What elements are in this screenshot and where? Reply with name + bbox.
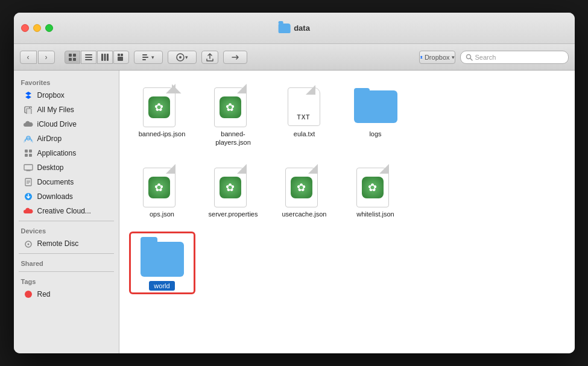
file-name: logs: [369, 130, 381, 138]
file-icon-wrapper: ✿: [141, 84, 184, 127]
file-name: whitelist.json: [356, 210, 394, 218]
sidebar-item-icloud-drive[interactable]: iCloud Drive: [16, 117, 116, 131]
main-content: Favorites Dropbox All My File: [14, 71, 575, 353]
icloud-icon: [24, 119, 33, 129]
sidebar-item-label: Creative Cloud...: [37, 207, 91, 215]
action-button[interactable]: ▾: [168, 51, 197, 64]
link-button[interactable]: [223, 51, 247, 64]
files-icon: [24, 105, 33, 115]
dropbox-button[interactable]: Dropbox ▾: [419, 51, 455, 64]
window-title: data: [294, 24, 310, 33]
sidebar-item-label: Desktop: [37, 163, 64, 172]
file-name-world: world: [149, 281, 174, 291]
svg-marker-21: [25, 92, 31, 99]
file-item-banned-players[interactable]: ✿ banned-players.json: [200, 80, 267, 151]
svg-rect-4: [85, 54, 92, 55]
desktop-icon: [24, 163, 33, 172]
svg-rect-29: [24, 165, 33, 170]
maximize-button[interactable]: [45, 24, 53, 32]
sidebar-item-applications[interactable]: Applications: [16, 146, 116, 160]
file-name: banned-players.json: [215, 130, 251, 147]
file-area: ✿ banned-ips.json ✿: [119, 71, 575, 353]
svg-rect-27: [25, 154, 28, 157]
file-icon-wrapper: ✿: [283, 164, 326, 207]
sidebar-item-tag-red[interactable]: Red: [16, 287, 116, 301]
minimize-button[interactable]: [33, 24, 41, 32]
sidebar-item-label: Remote Disc: [37, 239, 79, 248]
sidebar-item-all-my-files[interactable]: All My Files: [16, 103, 116, 117]
creative-cloud-icon: [24, 206, 33, 216]
svg-rect-6: [85, 59, 92, 60]
svg-rect-9: [107, 54, 109, 61]
file-name: ops.json: [150, 210, 174, 218]
file-item-world[interactable]: world: [129, 232, 195, 294]
file-item-ops[interactable]: ✿ ops.json: [129, 160, 195, 222]
list-view-button[interactable]: [81, 51, 96, 64]
column-view-button[interactable]: [97, 51, 113, 64]
sidebar-item-airdrop[interactable]: AirDrop: [16, 131, 116, 146]
toolbar: ‹ ›: [14, 44, 575, 71]
file-icon-wrapper: [354, 84, 397, 127]
sidebar-item-desktop[interactable]: Desktop: [16, 160, 116, 175]
svg-rect-10: [118, 54, 120, 56]
svg-rect-7: [101, 54, 103, 61]
sidebar-divider-tags: [19, 271, 114, 272]
sidebar: Favorites Dropbox All My File: [14, 71, 119, 353]
nav-buttons: ‹ ›: [20, 51, 55, 64]
arrange-button[interactable]: ▾: [134, 51, 163, 64]
svg-rect-5: [85, 57, 92, 58]
sidebar-divider-shared: [19, 253, 114, 254]
svg-rect-25: [25, 150, 28, 153]
file-item-usercache[interactable]: ✿ usercache.json: [271, 160, 338, 222]
sidebar-item-creative-cloud[interactable]: Creative Cloud...: [16, 204, 116, 218]
json-doc-icon: ✿: [143, 164, 182, 207]
file-item-server-properties[interactable]: ✿ server.properties: [200, 160, 267, 222]
svg-rect-3: [73, 58, 76, 61]
search-icon: [466, 54, 473, 61]
tags-label: Tags: [14, 274, 119, 287]
view-buttons: [65, 51, 129, 64]
folder-icon: [354, 88, 397, 123]
gallery-view-button[interactable]: [113, 51, 129, 64]
json-doc-icon: ✿: [214, 164, 253, 207]
file-item-logs[interactable]: logs: [343, 80, 409, 142]
sidebar-item-documents[interactable]: Documents: [16, 175, 116, 189]
sidebar-item-remote-disc[interactable]: Remote Disc: [16, 236, 116, 251]
close-button[interactable]: [21, 24, 29, 32]
json-doc-icon: ✿: [356, 164, 395, 207]
applications-icon: [24, 148, 33, 158]
file-name: eula.txt: [294, 130, 315, 138]
svg-point-38: [27, 244, 29, 245]
svg-rect-12: [118, 57, 123, 61]
file-icon-wrapper: ✿: [354, 164, 397, 207]
finder-window: data ‹ ›: [14, 13, 575, 353]
file-row-3: world: [129, 232, 565, 294]
svg-rect-23: [27, 109, 31, 114]
sidebar-item-label: iCloud Drive: [37, 120, 77, 128]
sidebar-item-dropbox[interactable]: Dropbox: [16, 88, 116, 103]
json-doc-icon: ✿: [214, 84, 253, 127]
disc-icon: [24, 239, 33, 248]
share-button[interactable]: [201, 51, 218, 64]
file-item-eula[interactable]: TXT eula.txt: [271, 80, 338, 142]
svg-point-19: [466, 54, 470, 58]
forward-button[interactable]: ›: [38, 51, 55, 64]
file-item-whitelist[interactable]: ✿ whitelist.json: [343, 160, 409, 222]
search-box[interactable]: Search: [460, 51, 569, 64]
titlebar: data: [14, 13, 575, 44]
sidebar-item-label: Documents: [37, 178, 74, 186]
file-row-1: ✿ banned-ips.json ✿: [129, 80, 565, 151]
traffic-lights: [21, 24, 53, 32]
downloads-icon: [24, 192, 33, 201]
sidebar-item-downloads[interactable]: Downloads: [16, 189, 116, 204]
svg-point-17: [179, 56, 182, 58]
sidebar-item-label: Applications: [37, 149, 77, 157]
file-item-banned-ips[interactable]: ✿ banned-ips.json: [129, 80, 195, 142]
icon-view-button[interactable]: [65, 51, 80, 64]
back-button[interactable]: ‹: [20, 51, 37, 64]
sidebar-item-label: Dropbox: [37, 91, 65, 99]
favorites-label: Favorites: [14, 75, 119, 88]
svg-rect-28: [29, 154, 32, 157]
svg-marker-18: [420, 55, 422, 58]
svg-rect-2: [69, 58, 72, 61]
